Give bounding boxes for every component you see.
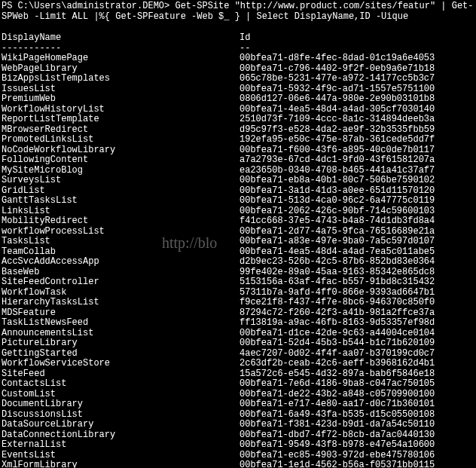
table-row: AccSvcAddAccessAppd2b9ec23-526b-42c5-87b…	[2, 257, 474, 268]
cell-displayname: SurveysList	[2, 176, 240, 186]
cell-id: 00bfea71-7e6d-4186-9ba8-c047ac750105	[240, 379, 474, 390]
table-row: TasksList00bfea71-a83e-497e-9ba0-7a5c597…	[2, 237, 474, 247]
cell-displayname: XmlFormLibrary	[2, 460, 240, 468]
cell-displayname: TeamCollab	[2, 247, 240, 258]
cell-id: 00bfea71-dbd7-4f72-b8cb-da7ac0440130	[240, 430, 474, 441]
table-row: GanttTasksList00bfea71-513d-4ca0-96c2-6a…	[2, 196, 474, 206]
table-row: MDSFeature87294c72-f260-42f3-a41b-981a2f…	[2, 308, 474, 319]
table-row: SiteFeedController5153156a-63af-4fac-b55…	[2, 277, 474, 288]
table-row: workflowProcessList00bfea71-2d77-4a75-9f…	[2, 227, 474, 237]
cell-id: 00bfea71-3a1d-41d3-a0ee-651d11570120	[240, 186, 474, 197]
table-row: FollowingContenta7a2793e-67cd-4dc1-9fd0-…	[2, 155, 474, 166]
cell-id: 00bfea71-2d77-4a75-9fca-76516689e21a	[240, 227, 474, 237]
table-row: WikiPageHomePage00bfea71-d8fe-4fec-8dad-…	[2, 54, 474, 64]
table-row: PromotedLinksList192efa95-e50c-475e-87ab…	[2, 135, 474, 145]
cell-displayname: ExternalList	[2, 440, 240, 451]
command-line: PS C:\Users\administrator.DEMO> Get-SPSi…	[2, 2, 474, 22]
cell-id: 00bfea71-d1ce-42de-9c63-a44004ce0104	[240, 329, 474, 339]
cell-id: 00bfea71-e717-4e80-aa17-d0c71b360101	[240, 399, 474, 410]
table-row: IssuesList00bfea71-5932-4f9c-ad71-1557e5…	[2, 84, 474, 95]
table-row: WorkflowHistoryList00bfea71-4ea5-48d4-a4…	[2, 105, 474, 115]
cell-id: a7a2793e-67cd-4dc1-9fd0-43f61581207a	[240, 155, 474, 166]
cell-id: f9ce21f8-f437-4f7e-8bc6-946370c850f0	[240, 298, 474, 308]
table-row: XmlFormLibrary00bfea71-1e1d-4562-b56a-f0…	[2, 460, 474, 468]
cell-displayname: PromotedLinksList	[2, 135, 240, 145]
cell-id: 15a572c6-e545-4d32-897a-bab6f5846e18	[240, 369, 474, 380]
table-row: EventsList00bfea71-ec85-4903-972d-ebe475…	[2, 451, 474, 461]
table-header: DisplayName Id	[2, 33, 474, 44]
cell-displayname: TasksList	[2, 237, 240, 247]
cell-displayname: IssuesList	[2, 84, 240, 95]
underline-id: --	[240, 44, 474, 54]
table-row: GettingStarted4aec7207-0d02-4f4f-aa07-b3…	[2, 349, 474, 359]
cell-id: ea23650b-0340-4708-b465-441a41c37af7	[240, 166, 474, 176]
cell-displayname: PremiumWeb	[2, 94, 240, 105]
cell-id: 192efa95-e50c-475e-87ab-361cede5dd7f	[240, 135, 474, 145]
cell-displayname: FollowingContent	[2, 155, 240, 166]
cell-displayname: MobilityRedirect	[2, 216, 240, 227]
cell-id: 00bfea71-f381-423d-b9d1-da7a54c50110	[240, 420, 474, 430]
table-row: LinksList00bfea71-2062-426c-90bf-714c596…	[2, 206, 474, 217]
cell-id: 065c78be-5231-477e-a972-14177cc5b3c7	[240, 74, 474, 84]
cell-displayname: CustomList	[2, 390, 240, 400]
table-underline: ----------- --	[2, 44, 474, 54]
cell-id: 57311b7a-9afd-4ff0-866e-9393ad6647b1	[240, 288, 474, 298]
cell-displayname: LinksList	[2, 206, 240, 217]
table-row: HierarchyTasksListf9ce21f8-f437-4f7e-8bc…	[2, 298, 474, 308]
cell-displayname: WorkflowHistoryList	[2, 105, 240, 115]
table-row: SurveysList00bfea71-eb8a-40b1-80c7-506be…	[2, 176, 474, 186]
table-row: WorkflowServiceStore2c63df2b-ceab-42c6-a…	[2, 359, 474, 369]
table-row: MobilityRedirectf41cc668-37e5-4743-b4a8-…	[2, 216, 474, 227]
cell-id: 00bfea71-4ea5-48d4-a4ad-305cf7030140	[240, 105, 474, 115]
cell-displayname: BizAppsListTemplates	[2, 74, 240, 84]
cell-displayname: DocumentLibrary	[2, 399, 240, 410]
table-row: ReportListTemplate2510d73f-7109-4ccc-8a1…	[2, 115, 474, 125]
cell-displayname: TaskListNewsFeed	[2, 318, 240, 329]
table-body: WikiPageHomePage00bfea71-d8fe-4fec-8dad-…	[2, 54, 474, 468]
cell-id: 00bfea71-de22-43b2-a848-c05709900100	[240, 390, 474, 400]
cell-displayname: BaseWeb	[2, 268, 240, 278]
cell-id: 00bfea71-6a49-43fa-b535-d15c05500108	[240, 410, 474, 421]
cell-id: 00bfea71-9549-43f8-b978-e47e54a10600	[240, 440, 474, 451]
cell-id: d2b9ec23-526b-42c5-87b6-852bd83e0364	[240, 257, 474, 268]
cell-displayname: EventsList	[2, 451, 240, 461]
table-row: CustomList00bfea71-de22-43b2-a848-c05709…	[2, 390, 474, 400]
table-row: DocumentLibrary00bfea71-e717-4e80-aa17-d…	[2, 399, 474, 410]
cell-displayname: MBrowserRedirect	[2, 125, 240, 136]
table-row: NoCodeWorkflowLibrary00bfea71-f600-43f6-…	[2, 145, 474, 156]
table-row: PictureLibrary00bfea71-52d4-45b3-b544-b1…	[2, 338, 474, 349]
cell-id: 00bfea71-2062-426c-90bf-714c59600103	[240, 206, 474, 217]
cell-displayname: SiteFeedController	[2, 277, 240, 288]
cell-id: 2510d73f-7109-4ccc-8a1c-314894deeb3a	[240, 115, 474, 125]
table-row: MBrowserRedirectd95c97f3-e528-4da2-ae9f-…	[2, 125, 474, 136]
cell-displayname: ReportListTemplate	[2, 115, 240, 125]
table-row: WebPageLibrary00bfea71-c796-4402-9f2f-0e…	[2, 64, 474, 75]
cell-displayname: WorkflowServiceStore	[2, 359, 240, 369]
cell-id: 00bfea71-ec85-4903-972d-ebe475780106	[240, 451, 474, 461]
cell-displayname: DataConnectionLibrary	[2, 430, 240, 441]
underline-displayname: -----------	[2, 44, 240, 54]
cell-displayname: WebPageLibrary	[2, 64, 240, 75]
prompt-prefix: PS C:\Users\administrator.DEMO>	[2, 1, 175, 11]
table-row: SiteFeed15a572c6-e545-4d32-897a-bab6f584…	[2, 369, 474, 380]
cell-id: 00bfea71-513d-4ca0-96c2-6a47775c0119	[240, 196, 474, 206]
cell-displayname: GettingStarted	[2, 349, 240, 359]
cell-id: ff13819a-a9ac-46fb-8163-9d53357ef98d	[240, 318, 474, 329]
cell-displayname: NoCodeWorkflowLibrary	[2, 145, 240, 156]
table-row: BaseWeb99fe402e-89a0-45aa-9163-85342e865…	[2, 268, 474, 278]
table-row: BizAppsListTemplates065c78be-5231-477e-a…	[2, 74, 474, 84]
cell-id: 00bfea71-f600-43f6-a895-40c0de7b0117	[240, 145, 474, 156]
cell-id: 00bfea71-1e1d-4562-b56a-f05371bb0115	[240, 460, 474, 468]
cell-displayname: GanttTasksList	[2, 196, 240, 206]
cell-id: 00bfea71-a83e-497e-9ba0-7a5c597d0107	[240, 237, 474, 247]
table-row: ContactsList00bfea71-7e6d-4186-9ba8-c047…	[2, 379, 474, 390]
cell-displayname: AccSvcAddAccessApp	[2, 257, 240, 268]
cell-displayname: workflowProcessList	[2, 227, 240, 237]
cell-displayname: AnnouncementsList	[2, 329, 240, 339]
table-row: GridList00bfea71-3a1d-41d3-a0ee-651d1157…	[2, 186, 474, 197]
cell-displayname: MDSFeature	[2, 308, 240, 319]
cell-id: 00bfea71-eb8a-40b1-80c7-506be7590102	[240, 176, 474, 186]
cell-id: 00bfea71-4ea5-48d4-a4ad-7ea5c011abe5	[240, 247, 474, 258]
cell-displayname: SiteFeed	[2, 369, 240, 380]
cell-id: 99fe402e-89a0-45aa-9163-85342e865dc8	[240, 268, 474, 278]
